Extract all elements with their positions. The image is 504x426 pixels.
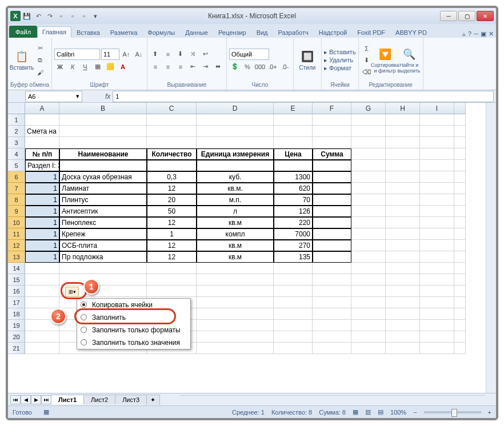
align-left-icon[interactable]: ≡	[150, 61, 161, 73]
tab-insert[interactable]: Вставка	[71, 27, 105, 38]
cell-A21[interactable]	[25, 343, 59, 354]
cell-H3[interactable]	[386, 137, 420, 148]
cell-I11[interactable]	[420, 228, 454, 240]
row-header-2[interactable]: 2	[8, 126, 25, 137]
cell-F14[interactable]	[313, 263, 351, 274]
cell-D1[interactable]	[197, 114, 274, 126]
sheet-nav-first[interactable]: ⏮	[10, 395, 21, 404]
zoom-out-icon[interactable]: −	[413, 409, 417, 416]
cell-I1[interactable]	[420, 114, 454, 126]
sheet-tab-2[interactable]: Лист2	[83, 395, 115, 404]
wrap-icon[interactable]: ↩	[200, 49, 211, 60]
font-color-icon[interactable]: A	[117, 61, 129, 73]
doc-close-icon[interactable]: ✕	[489, 30, 494, 38]
cell-A13[interactable]: 1	[25, 251, 59, 263]
cell-1[interactable]	[454, 114, 466, 126]
row-header-19[interactable]: 19	[8, 320, 25, 331]
cell-H20[interactable]	[386, 331, 420, 343]
cell-D19[interactable]	[197, 320, 274, 331]
cells-delete-button[interactable]: ▸ Удалить	[324, 57, 356, 64]
formula-bar[interactable]: 1	[113, 91, 494, 102]
cell-D21[interactable]	[197, 343, 274, 354]
cell-E17[interactable]	[274, 297, 313, 308]
cell-E4[interactable]: Цена	[274, 148, 313, 160]
cell-I21[interactable]	[420, 343, 454, 354]
new-sheet-button[interactable]: ✦	[146, 395, 160, 405]
cell-G18[interactable]	[351, 308, 386, 320]
indent-dec-icon[interactable]: ⇤	[187, 61, 199, 73]
cell-B14[interactable]	[59, 263, 147, 274]
cell-E3[interactable]	[274, 137, 313, 148]
cell-A2[interactable]: Смета на работы	[25, 126, 59, 137]
cell-C13[interactable]: 12	[147, 251, 197, 263]
row-header-13[interactable]: 13	[8, 251, 25, 263]
minimize-button[interactable]: ─	[440, 11, 457, 21]
doc-min-icon[interactable]: ─	[474, 30, 478, 38]
cell-A17[interactable]	[25, 297, 59, 308]
maximize-button[interactable]: ▢	[458, 11, 475, 21]
cell-I13[interactable]	[420, 251, 454, 263]
qat-icon[interactable]: ▫	[56, 11, 66, 21]
sheet-tab-1[interactable]: Лист1	[51, 395, 84, 404]
cell-I14[interactable]	[420, 263, 454, 274]
cell-H8[interactable]	[386, 194, 420, 206]
cell-D3[interactable]	[197, 137, 274, 148]
align-top-icon[interactable]: ⬆	[150, 49, 161, 60]
cell-D4[interactable]: Единица измерения	[197, 148, 274, 160]
cell-6[interactable]	[454, 171, 466, 183]
cell-19[interactable]	[454, 320, 466, 331]
zoom-in-icon[interactable]: +	[488, 409, 491, 416]
cell-I7[interactable]	[420, 183, 454, 194]
horizontal-scrollbar[interactable]	[179, 395, 486, 405]
cell-A3[interactable]	[25, 137, 59, 148]
cell-C9[interactable]: 50	[147, 206, 197, 217]
cell-I19[interactable]	[420, 320, 454, 331]
cell-C11[interactable]: 1	[147, 228, 197, 240]
cell-H5[interactable]	[386, 160, 420, 171]
cell-E16[interactable]	[274, 286, 313, 297]
row-header-15[interactable]: 15	[8, 274, 25, 286]
cell-13[interactable]	[454, 251, 466, 263]
col-header-I[interactable]: I	[420, 103, 454, 114]
cell-F13[interactable]	[313, 251, 351, 263]
view-normal-icon[interactable]: ▦	[353, 408, 358, 416]
cell-A12[interactable]: 1	[25, 240, 59, 251]
row-header-11[interactable]: 11	[8, 228, 25, 240]
cell-H6[interactable]	[386, 171, 420, 183]
cell-G12[interactable]	[351, 240, 386, 251]
qat-icon[interactable]: ▫	[67, 11, 78, 21]
cell-F2[interactable]	[313, 126, 351, 137]
cell-G11[interactable]	[351, 228, 386, 240]
cell-8[interactable]	[454, 194, 466, 206]
cell-H14[interactable]	[386, 263, 420, 274]
cell-G21[interactable]	[351, 343, 386, 354]
cell-I5[interactable]	[420, 160, 454, 171]
cell-D20[interactable]	[197, 331, 274, 343]
cell-I12[interactable]	[420, 240, 454, 251]
cell-E7[interactable]: 620	[274, 183, 313, 194]
cell-B6[interactable]: Доска сухая обрезная	[59, 171, 147, 183]
fx-icon[interactable]: fx	[105, 93, 110, 101]
name-box[interactable]: A6▾	[25, 91, 82, 102]
number-format-combo[interactable]: Общий	[229, 49, 269, 60]
cell-G6[interactable]	[351, 171, 386, 183]
cell-I6[interactable]	[420, 171, 454, 183]
tab-data[interactable]: Данные	[180, 27, 213, 38]
sort-filter-button[interactable]: 🔽 Сортировка и фильтр	[374, 47, 397, 74]
cell-F16[interactable]	[313, 286, 351, 297]
cell-C12[interactable]: 12	[147, 240, 197, 251]
cell-B5[interactable]	[59, 160, 147, 171]
cell-G16[interactable]	[351, 286, 386, 297]
cell-G17[interactable]	[351, 297, 386, 308]
cell-E20[interactable]	[274, 331, 313, 343]
cell-G10[interactable]	[351, 217, 386, 228]
cell-H19[interactable]	[386, 320, 420, 331]
cell-C6[interactable]: 0,3	[147, 171, 197, 183]
autofill-options-button[interactable]: ⊞▾	[65, 287, 79, 297]
find-select-button[interactable]: 🔍 Найти и выделить	[398, 47, 421, 74]
cell-D10[interactable]: кв.м	[197, 217, 274, 228]
grow-font-icon[interactable]: A↑	[121, 49, 132, 60]
cell-C2[interactable]	[147, 126, 197, 137]
save-icon[interactable]: 💾	[22, 11, 32, 21]
row-header-16[interactable]: 16	[8, 286, 25, 297]
